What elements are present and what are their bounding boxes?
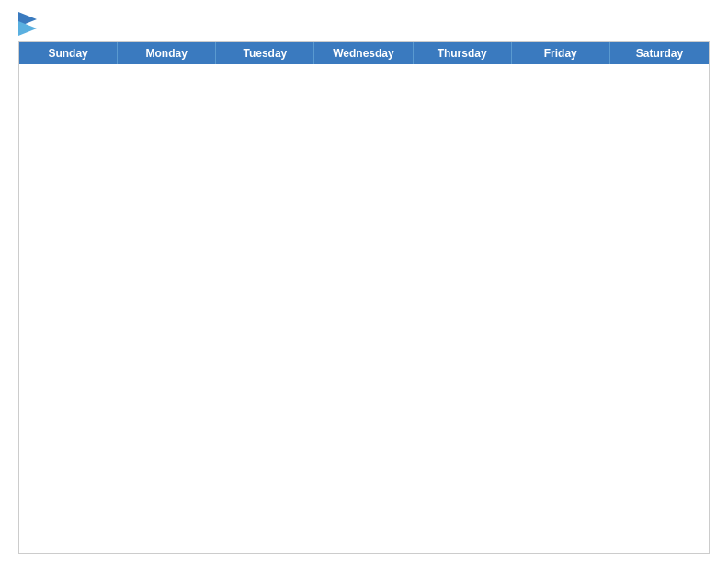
header-day-tuesday: Tuesday (216, 42, 314, 64)
calendar-body (19, 64, 709, 553)
header-day-friday: Friday (512, 42, 610, 64)
header-day-wednesday: Wednesday (314, 42, 413, 64)
header (18, 14, 710, 38)
header-day-thursday: Thursday (414, 42, 512, 64)
svg-marker-1 (18, 21, 37, 36)
logo (18, 14, 39, 38)
logo-icon (18, 12, 37, 38)
header-day-sunday: Sunday (19, 42, 118, 64)
header-day-saturday: Saturday (610, 42, 709, 64)
page: SundayMondayTuesdayWednesdayThursdayFrid… (0, 0, 728, 563)
calendar-header: SundayMondayTuesdayWednesdayThursdayFrid… (19, 42, 709, 64)
calendar: SundayMondayTuesdayWednesdayThursdayFrid… (18, 41, 710, 554)
header-day-monday: Monday (118, 42, 216, 64)
